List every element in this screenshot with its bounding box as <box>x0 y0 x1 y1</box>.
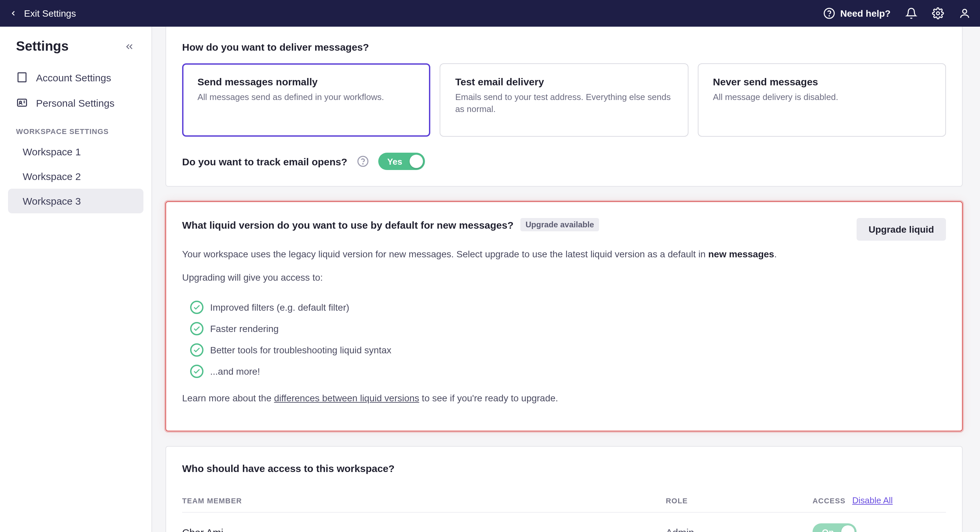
svg-point-15 <box>20 101 22 103</box>
svg-rect-14 <box>18 99 27 106</box>
col-access: ACCESS <box>813 496 846 504</box>
id-card-icon <box>16 97 28 109</box>
check-circle-icon <box>190 301 204 314</box>
member-name: Cher Ami <box>182 526 666 532</box>
card-desc: All message delivery is disabled. <box>713 91 931 103</box>
collapse-sidebar-icon[interactable] <box>123 40 135 52</box>
liquid-benefits-intro: Upgrading will give you access to: <box>182 271 946 285</box>
benefit-item: Improved filters (e.g. default filter) <box>190 297 946 318</box>
delivery-panel: How do you want to deliver messages? Sen… <box>165 27 963 187</box>
upgrade-available-pill: Upgrade available <box>520 218 600 231</box>
building-icon <box>16 71 28 83</box>
toggle-knob <box>841 525 854 532</box>
sidebar-workspace-label: Workspace 2 <box>23 171 81 182</box>
delivery-card-normal[interactable]: Send messages normally All messages send… <box>182 64 431 137</box>
svg-point-3 <box>963 10 967 13</box>
sidebar-item-label: Personal Settings <box>36 97 115 108</box>
col-team-member: TEAM MEMBER <box>182 496 666 504</box>
track-opens-label: Do you want to track email opens? <box>182 156 347 167</box>
upgrade-liquid-button[interactable]: Upgrade liquid <box>857 218 946 241</box>
toggle-label: Yes <box>378 156 402 166</box>
svg-point-1 <box>829 16 829 16</box>
table-row: Cher Ami Admin On <box>182 513 946 532</box>
sidebar-section-workspace: WORKSPACE SETTINGS <box>8 115 143 139</box>
card-title: Test email delivery <box>455 76 673 87</box>
sidebar-workspace-1[interactable]: Workspace 1 <box>8 139 143 164</box>
delivery-card-test[interactable]: Test email delivery Emails send to your … <box>440 64 689 137</box>
liquid-benefits-list: Improved filters (e.g. default filter) F… <box>182 294 946 385</box>
sidebar-item-label: Account Settings <box>36 71 111 83</box>
content-area: How do you want to deliver messages? Sen… <box>152 27 980 532</box>
chevron-left-icon <box>10 9 19 18</box>
access-panel: Who should have access to this workspace… <box>165 446 963 532</box>
disable-all-link[interactable]: Disable All <box>852 495 892 505</box>
check-circle-icon <box>190 343 204 357</box>
access-question: Who should have access to this workspace… <box>182 463 946 474</box>
liquid-learn-more: Learn more about the differences between… <box>182 391 946 405</box>
svg-point-2 <box>937 12 940 15</box>
liquid-question: What liquid version do you want to use b… <box>182 219 514 230</box>
sidebar-title: Settings <box>16 39 69 54</box>
member-access-toggle[interactable]: On <box>813 523 857 532</box>
svg-rect-4 <box>18 73 26 82</box>
exit-settings-link[interactable]: Exit Settings <box>10 8 76 19</box>
benefit-item: Faster rendering <box>190 318 946 339</box>
toggle-label: On <box>813 527 834 532</box>
track-opens-toggle[interactable]: Yes <box>378 152 425 170</box>
gear-icon[interactable] <box>932 7 944 19</box>
liquid-versions-link[interactable]: differences between liquid versions <box>274 393 419 403</box>
benefit-item: Better tools for troubleshooting liquid … <box>190 339 946 360</box>
sidebar-workspace-2[interactable]: Workspace 2 <box>8 164 143 189</box>
topbar: Exit Settings Need help? <box>0 0 980 27</box>
user-icon[interactable] <box>959 7 970 19</box>
bell-icon[interactable] <box>905 7 917 19</box>
card-desc: Emails send to your test address. Everyt… <box>455 91 673 116</box>
help-circle-icon[interactable] <box>356 155 369 167</box>
sidebar-workspace-label: Workspace 1 <box>23 146 81 157</box>
sidebar-item-personal-settings[interactable]: Personal Settings <box>8 90 143 115</box>
svg-point-19 <box>362 164 363 164</box>
liquid-version-panel: What liquid version do you want to use b… <box>165 201 963 431</box>
sidebar: Settings Account Settings Personal Setti… <box>0 27 152 532</box>
member-role: Admin <box>666 526 813 532</box>
benefit-item: ...and more! <box>190 360 946 382</box>
card-title: Send messages normally <box>197 76 415 87</box>
need-help-label: Need help? <box>840 8 891 19</box>
exit-settings-label: Exit Settings <box>24 8 76 19</box>
delivery-card-never[interactable]: Never send messages All message delivery… <box>697 64 946 137</box>
help-circle-icon <box>823 7 835 19</box>
check-circle-icon <box>190 322 204 335</box>
toggle-knob <box>409 155 423 168</box>
sidebar-workspace-3[interactable]: Workspace 3 <box>8 189 143 213</box>
delivery-question: How do you want to deliver messages? <box>182 41 946 52</box>
need-help-link[interactable]: Need help? <box>823 7 891 19</box>
col-role: ROLE <box>666 496 813 504</box>
sidebar-workspace-label: Workspace 3 <box>23 195 81 206</box>
card-desc: All messages send as defined in your wor… <box>197 91 415 103</box>
card-title: Never send messages <box>713 76 931 87</box>
check-circle-icon <box>190 365 204 378</box>
liquid-desc: Your workspace uses the legacy liquid ve… <box>182 247 946 261</box>
sidebar-item-account-settings[interactable]: Account Settings <box>8 65 143 90</box>
topbar-actions: Need help? <box>823 7 970 19</box>
